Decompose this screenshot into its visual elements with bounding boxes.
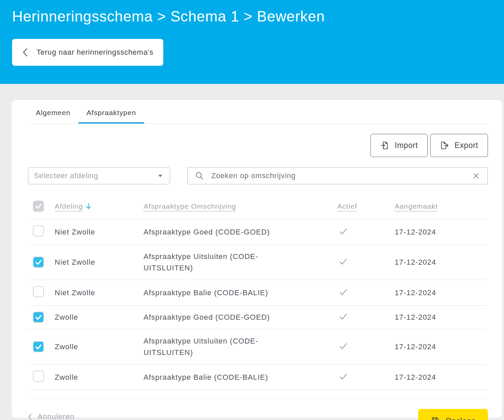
chevron-down-icon [158, 175, 162, 177]
column-header-aangemaakt[interactable]: Aangemaakt [395, 202, 438, 210]
cell-aangemaakt: 17-12-2024 [395, 343, 488, 351]
chevron-left-icon [22, 48, 28, 57]
import-button[interactable]: Import [371, 134, 428, 157]
cell-afdeling: Zwolle [55, 343, 144, 351]
content-card: Algemeen Afspraaktypen Import Export [12, 100, 502, 418]
import-icon [380, 141, 389, 150]
save-button-label: Opslaan [446, 417, 476, 420]
save-button[interactable]: Opslaan [418, 409, 488, 420]
import-button-label: Import [395, 141, 418, 150]
row-checkbox[interactable] [33, 257, 44, 268]
cell-omschrijving: Afspraaktype Uitsluiten (CODE-UITSLUITEN… [144, 335, 301, 358]
clear-search-icon[interactable] [472, 172, 480, 179]
toolbar: Import Export [28, 134, 488, 157]
row-checkbox[interactable] [33, 371, 44, 382]
tab-algemeen[interactable]: Algemeen [28, 100, 78, 124]
cell-omschrijving: Afspraaktype Uitsluiten (CODE-UITSLUITEN… [144, 251, 301, 274]
cell-omschrijving: Afspraaktype Goed (CODE-GOED) [144, 312, 301, 323]
cell-afdeling: Zwolle [55, 313, 144, 322]
cancel-link[interactable]: Annuleren [28, 412, 74, 420]
back-button-label: Terug naar herinneringsschema's [37, 48, 153, 57]
chevron-left-icon [28, 413, 32, 420]
save-floppy-icon [430, 416, 440, 420]
cell-afdeling: Niet Zwolle [55, 288, 144, 297]
export-button[interactable]: Export [430, 134, 488, 157]
cell-omschrijving: Afspraaktype Balie (CODE-BALIE) [144, 287, 301, 299]
filter-row: Selecteer afdeling [28, 167, 488, 185]
active-check-icon [337, 312, 395, 323]
cell-afdeling: Niet Zwolle [55, 258, 144, 267]
active-check-icon [337, 257, 395, 268]
sort-desc-icon [85, 202, 92, 210]
cell-aangemaakt: 17-12-2024 [395, 228, 488, 237]
cell-afdeling: Niet Zwolle [55, 228, 144, 237]
active-check-icon [337, 372, 395, 383]
table-row: Zwolle Afspraaktype Uitsluiten (CODE-UIT… [28, 329, 488, 365]
app-header: Herinneringsschema > Schema 1 > Bewerken… [0, 0, 504, 84]
breadcrumb: Herinneringsschema > Schema 1 > Bewerken [12, 8, 492, 25]
row-checkbox[interactable] [33, 312, 44, 323]
column-header-afdeling[interactable]: Afdeling [55, 202, 83, 210]
active-check-icon [337, 287, 395, 299]
cell-aangemaakt: 17-12-2024 [395, 288, 488, 297]
column-header-omschrijving[interactable]: Afspraaktype Omschrijving [144, 202, 236, 210]
department-select-placeholder: Selecteer afdeling [34, 171, 98, 180]
search-box [187, 167, 488, 185]
tab-bar: Algemeen Afspraaktypen [28, 100, 488, 124]
table-row: Zwolle Afspraaktype Balie (CODE-BALIE) 1… [28, 365, 488, 390]
row-checkbox[interactable] [33, 225, 44, 237]
cell-aangemaakt: 17-12-2024 [395, 313, 488, 322]
cancel-link-label: Annuleren [38, 412, 74, 420]
tab-afspraaktypen[interactable]: Afspraaktypen [78, 100, 144, 124]
search-input[interactable] [211, 171, 465, 180]
cell-omschrijving: Afspraaktype Goed (CODE-GOED) [144, 226, 301, 238]
table-row: Zwolle Afspraaktype Goed (CODE-GOED) 17-… [28, 306, 488, 329]
table-row: Niet Zwolle Afspraaktype Balie (CODE-BAL… [28, 280, 488, 306]
table-row: Niet Zwolle Afspraaktype Goed (CODE-GOED… [28, 219, 488, 245]
department-select[interactable]: Selecteer afdeling [28, 167, 170, 185]
back-button[interactable]: Terug naar herinneringsschema's [12, 39, 163, 66]
export-button-label: Export [454, 141, 478, 150]
cell-afdeling: Zwolle [55, 373, 144, 382]
export-icon [440, 141, 449, 150]
row-checkbox[interactable] [33, 286, 44, 297]
column-header-actief[interactable]: Actief [337, 202, 357, 210]
active-check-icon [337, 341, 395, 353]
search-icon [195, 171, 204, 180]
select-all-checkbox[interactable] [33, 201, 44, 212]
card-footer: Annuleren Opslaan [28, 409, 488, 420]
table-row: Niet Zwolle Afspraaktype Uitsluiten (COD… [28, 245, 488, 280]
footer-divider [28, 399, 488, 399]
cell-aangemaakt: 17-12-2024 [395, 258, 488, 267]
cell-aangemaakt: 17-12-2024 [395, 373, 488, 382]
cell-omschrijving: Afspraaktype Balie (CODE-BALIE) [144, 372, 301, 383]
table-body: Niet Zwolle Afspraaktype Goed (CODE-GOED… [28, 219, 488, 390]
table-header: Afdeling Afspraaktype Omschrijving Actie… [28, 195, 488, 219]
active-check-icon [337, 226, 395, 238]
row-checkbox[interactable] [33, 341, 44, 352]
